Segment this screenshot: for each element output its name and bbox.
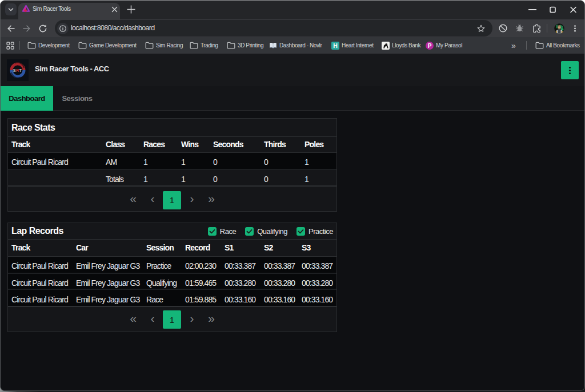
svg-text:P: P	[428, 42, 432, 49]
svg-text:SRT: SRT	[13, 68, 22, 73]
svg-text:H: H	[333, 42, 337, 49]
